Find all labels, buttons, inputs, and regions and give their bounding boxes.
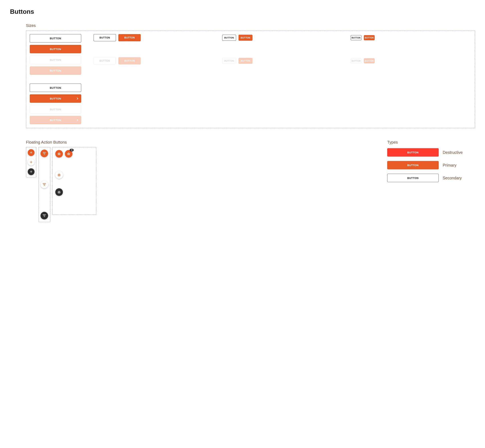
button-label: BUTTON [224,37,234,39]
chevron-right-icon [76,119,78,121]
button-label: BUTTON [352,37,361,39]
button-secondary[interactable]: BUTTON [387,174,439,182]
basket-icon [67,152,70,156]
button-label: BUTTON [50,108,61,111]
button-label: BUTTON [224,60,234,62]
chevron-right-icon [76,97,78,100]
filter-icon [43,152,46,155]
button-s-primary-disabled: BUTTON [364,58,375,64]
button-s-primary[interactable]: BUTTON [364,35,375,40]
button-xl-secondary-disabled: BUTTON [30,56,81,64]
fab-basket-primary-badge[interactable]: 45 [65,150,73,158]
button-label: BUTTON [50,86,61,89]
button-l-secondary-disabled: BUTTON [94,57,116,64]
button-xl-primary[interactable]: BUTTON [30,45,81,53]
button-label: BUTTON [241,37,250,39]
button-xl-primary-disabled: BUTTON [30,66,81,75]
button-xl-secondary-icon-disabled: BUTTON [30,105,81,113]
button-label: BUTTON [99,59,110,62]
button-primary[interactable]: BUTTON [387,161,439,169]
fab-filter-primary[interactable] [41,150,48,157]
fab-group-basket: 45 [52,147,96,215]
button-s-secondary-disabled: BUTTON [351,58,362,64]
button-m-secondary-disabled: BUTTON [222,58,236,64]
button-l-primary[interactable]: BUTTON [118,34,141,41]
fab-small-primary[interactable]: + [28,149,34,156]
fab-basket-primary[interactable] [55,150,63,158]
button-label: BUTTON [50,119,61,122]
button-label: BUTTON [365,37,374,39]
sizes-container: BUTTON BUTTON BUTTON BUTTON BUTTON BUTTO… [26,30,475,128]
button-l-secondary[interactable]: BUTTON [94,34,116,41]
button-l-primary-disabled: BUTTON [118,57,141,64]
button-s-secondary[interactable]: BUTTON [351,35,362,40]
fab-small-dark[interactable]: + [28,168,34,175]
button-xl-secondary-icon[interactable]: BUTTON [30,84,81,92]
plus-icon: + [30,150,33,155]
filter-icon [43,215,46,217]
basket-icon [57,152,61,156]
button-label: BUTTON [352,60,361,62]
fab-small-secondary[interactable]: + [28,159,34,166]
plus-icon: + [30,169,33,174]
type-label-destructive: Destructive [443,150,463,155]
button-label: BUTTON [407,176,419,180]
button-label: BUTTON [50,97,61,100]
fab-badge: 45 [70,149,74,152]
button-destructive[interactable]: BUTTON [387,148,439,157]
button-label: BUTTON [241,60,250,62]
filter-icon [43,183,46,186]
types-heading: Types [387,140,475,145]
button-label: BUTTON [124,59,135,62]
button-xl-primary-icon[interactable]: BUTTON [30,94,81,103]
button-label: BUTTON [50,58,61,61]
fab-basket-secondary[interactable] [55,171,63,179]
fab-filter-secondary[interactable] [41,181,48,188]
button-label: BUTTON [124,36,135,39]
button-label: BUTTON [50,69,61,72]
fab-basket-dark[interactable] [55,188,63,196]
button-label: BUTTON [50,37,61,40]
fab-filter-dark[interactable] [41,212,48,219]
plus-icon: + [30,160,33,164]
type-label-primary: Primary [443,163,456,168]
basket-icon [57,173,61,177]
sizes-heading: Sizes [26,23,475,28]
fab-group-filter [38,147,50,222]
fab-group-small: + + + [26,147,36,177]
button-xl-secondary[interactable]: BUTTON [30,34,81,42]
type-label-secondary: Secondary [443,176,462,180]
button-xl-primary-icon-disabled: BUTTON [30,116,81,124]
button-m-primary[interactable]: BUTTON [238,35,253,41]
page-title: Buttons [10,8,475,15]
fab-heading: Floating Action Buttons [26,140,96,145]
button-label: BUTTON [407,164,419,167]
button-label: BUTTON [50,48,61,51]
button-label: BUTTON [99,36,110,39]
button-label: BUTTON [407,151,419,154]
button-label: BUTTON [365,60,374,62]
button-m-secondary[interactable]: BUTTON [222,35,236,41]
button-m-primary-disabled: BUTTON [238,58,253,64]
basket-icon [57,190,61,194]
